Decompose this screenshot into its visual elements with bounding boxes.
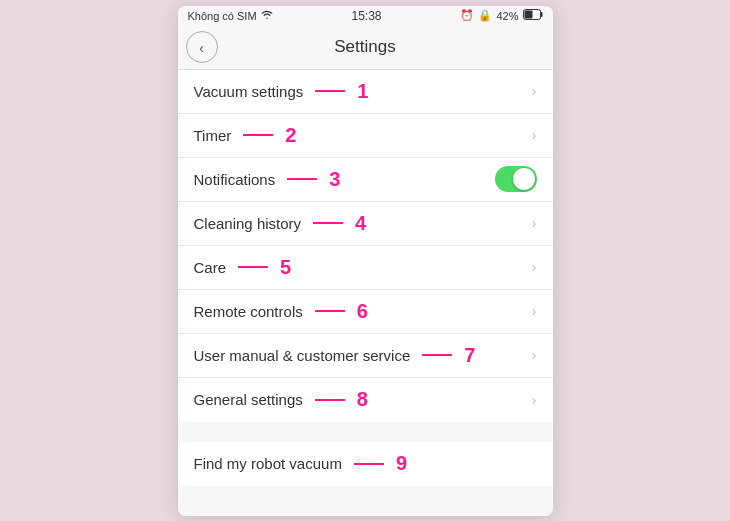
settings-section-main: Vacuum settings 1 › Timer 2 › Notificati… [178, 70, 553, 422]
section-spacer [178, 422, 553, 442]
item-line-3 [287, 178, 317, 180]
item-line-2 [243, 134, 273, 136]
item-number-5: 5 [280, 256, 291, 279]
item-label-general-settings: General settings [194, 391, 303, 408]
status-right: ⏰ 🔒 42% [460, 9, 542, 22]
status-time: 15:38 [352, 9, 382, 23]
item-line-1 [315, 90, 345, 92]
item-label-care: Care [194, 259, 227, 276]
settings-item-general-settings[interactable]: General settings 8 › [178, 378, 553, 422]
page-title: Settings [334, 37, 395, 57]
status-left: Không có SIM [188, 10, 273, 22]
carrier-text: Không có SIM [188, 10, 257, 22]
chevron-right-icon-7: › [532, 347, 537, 363]
item-line-4 [313, 222, 343, 224]
settings-item-care[interactable]: Care 5 › [178, 246, 553, 290]
settings-item-find-robot[interactable]: Find my robot vacuum 9 [178, 442, 553, 486]
chevron-right-icon-5: › [532, 259, 537, 275]
nav-bar: ‹ Settings [178, 26, 553, 70]
item-number-2: 2 [285, 124, 296, 147]
item-line-9 [354, 463, 384, 465]
chevron-right-icon-4: › [532, 215, 537, 231]
settings-item-timer[interactable]: Timer 2 › [178, 114, 553, 158]
item-number-8: 8 [357, 388, 368, 411]
alarm-icon: ⏰ [460, 9, 474, 22]
item-label-vacuum-settings: Vacuum settings [194, 83, 304, 100]
item-label-cleaning-history: Cleaning history [194, 215, 302, 232]
item-label-notifications: Notifications [194, 171, 276, 188]
chevron-right-icon-6: › [532, 303, 537, 319]
item-label-find-robot: Find my robot vacuum [194, 455, 342, 472]
settings-list: Vacuum settings 1 › Timer 2 › Notificati… [178, 70, 553, 516]
back-button[interactable]: ‹ [186, 31, 218, 63]
chevron-right-icon-8: › [532, 392, 537, 408]
settings-item-user-manual[interactable]: User manual & customer service 7 › [178, 334, 553, 378]
battery-icon [523, 9, 543, 22]
settings-item-remote-controls[interactable]: Remote controls 6 › [178, 290, 553, 334]
item-number-7: 7 [464, 344, 475, 367]
back-chevron-icon: ‹ [199, 40, 204, 56]
status-bar: Không có SIM 15:38 ⏰ 🔒 42% [178, 6, 553, 26]
item-label-remote-controls: Remote controls [194, 303, 303, 320]
item-line-7 [422, 354, 452, 356]
settings-item-cleaning-history[interactable]: Cleaning history 4 › [178, 202, 553, 246]
toggle-knob [513, 168, 535, 190]
svg-rect-1 [524, 11, 532, 19]
settings-item-vacuum-settings[interactable]: Vacuum settings 1 › [178, 70, 553, 114]
phone-frame: Không có SIM 15:38 ⏰ 🔒 42% [178, 6, 553, 516]
item-label-user-manual: User manual & customer service [194, 347, 411, 364]
wifi-icon [261, 10, 273, 22]
svg-rect-2 [540, 12, 542, 17]
notifications-toggle[interactable] [495, 166, 537, 192]
item-line-6 [315, 310, 345, 312]
lock-icon: 🔒 [478, 9, 492, 22]
chevron-right-icon-2: › [532, 127, 537, 143]
chevron-right-icon-1: › [532, 83, 537, 99]
item-line-5 [238, 266, 268, 268]
item-number-4: 4 [355, 212, 366, 235]
item-number-6: 6 [357, 300, 368, 323]
item-number-9: 9 [396, 452, 407, 475]
battery-text: 42% [496, 10, 518, 22]
settings-item-notifications[interactable]: Notifications 3 [178, 158, 553, 202]
item-number-3: 3 [329, 168, 340, 191]
item-number-1: 1 [357, 80, 368, 103]
item-label-timer: Timer [194, 127, 232, 144]
settings-section-bottom: Find my robot vacuum 9 [178, 442, 553, 486]
item-line-8 [315, 399, 345, 401]
